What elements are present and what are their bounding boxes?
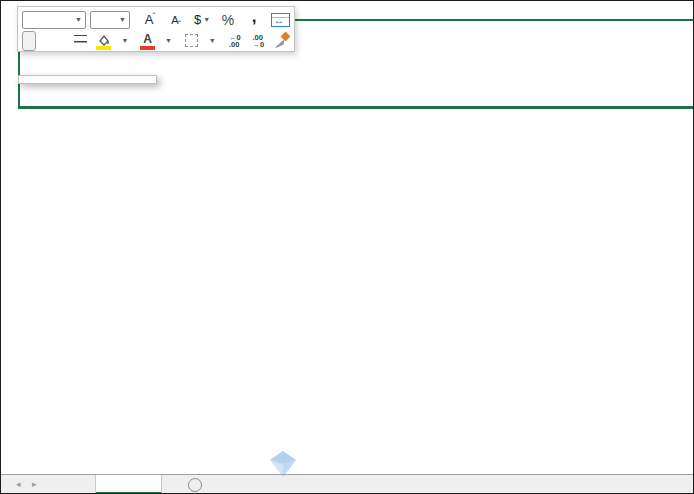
chevron-down-icon: ▼: [122, 37, 129, 44]
selection-bottom-border: [18, 106, 694, 109]
align-center-button[interactable]: [70, 31, 90, 51]
increase-font-size-button[interactable]: Aˆ: [140, 10, 160, 30]
autofit-column-width-button[interactable]: [270, 10, 290, 30]
sheet-nav-right-icon[interactable]: ▸: [32, 479, 37, 489]
font-size-select[interactable]: ▼: [90, 11, 130, 29]
borders-icon: [185, 34, 198, 47]
format-painter-button[interactable]: [272, 31, 292, 51]
fill-color-dropdown[interactable]: ▼: [114, 31, 134, 51]
sheet-tab-bar: ◂ ▸: [0, 474, 694, 494]
autofit-table-icon: [271, 13, 290, 27]
decrease-font-size-button[interactable]: Aˇ: [166, 10, 186, 30]
font-color-button[interactable]: A: [138, 31, 158, 51]
comma-style-button[interactable]: ,: [244, 10, 264, 30]
chevron-down-icon: ▼: [119, 16, 126, 23]
sheet-tab-sales[interactable]: [95, 475, 162, 493]
borders-button[interactable]: [181, 31, 201, 51]
excel-window: ◂ ▸ ▼ ▼ Aˆ Aˇ: [0, 0, 694, 494]
chevron-down-icon: ▼: [203, 16, 210, 23]
decrease-decimal-icon: .00→0: [253, 34, 265, 48]
mini-toolbar: ▼ ▼ Aˆ Aˇ $▼ % ,: [17, 6, 295, 52]
font-name-select[interactable]: ▼: [22, 11, 86, 29]
font-color-swatch: [140, 46, 155, 50]
bold-button[interactable]: [22, 31, 36, 51]
decrease-decimal-button[interactable]: .00→0: [248, 31, 268, 51]
percent-style-button[interactable]: %: [218, 10, 238, 30]
increase-decimal-button[interactable]: ←0.00: [225, 31, 245, 51]
font-color-a-icon: A: [143, 32, 152, 46]
increase-decimal-icon: ←0.00: [229, 34, 241, 48]
decrease-font-caret-icon: ˇ: [178, 19, 181, 29]
align-lines-icon: [74, 35, 87, 46]
format-painter-brush-icon: [274, 33, 290, 49]
percent-icon: %: [222, 12, 234, 28]
comma-icon: ,: [252, 7, 257, 27]
new-sheet-button[interactable]: [188, 478, 202, 492]
fill-color-button[interactable]: [94, 31, 114, 51]
borders-dropdown[interactable]: ▼: [201, 31, 221, 51]
dollar-icon: $: [194, 12, 201, 27]
chevron-down-icon: ▼: [209, 37, 216, 44]
fill-color-swatch: [96, 46, 111, 50]
increase-font-caret-icon: ˆ: [152, 11, 155, 21]
sheet-nav-left-icon[interactable]: ◂: [16, 479, 21, 489]
context-menu: [18, 75, 157, 84]
chevron-down-icon: ▼: [165, 37, 172, 44]
font-color-dropdown[interactable]: ▼: [158, 31, 178, 51]
accounting-format-button[interactable]: $▼: [192, 10, 212, 30]
italic-button[interactable]: [43, 31, 63, 51]
chevron-down-icon: ▼: [75, 16, 82, 23]
